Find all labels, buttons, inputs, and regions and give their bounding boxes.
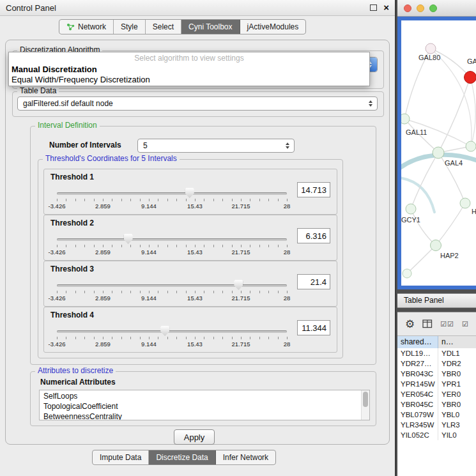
network-edge[interactable] (470, 77, 475, 146)
float-window-icon[interactable] (370, 4, 377, 11)
tab-impute-data[interactable]: Impute Data (93, 450, 149, 464)
content-panel: Discretization Algorithm Select algorith… (5, 40, 390, 445)
table-row[interactable]: YLR345WYLR3 (397, 420, 476, 430)
table-row[interactable]: YDR27…YDR2 (397, 358, 476, 369)
table-panel-titlebar[interactable]: Table Panel (397, 293, 476, 308)
slider-thumb[interactable] (124, 234, 133, 244)
column-header-shared-name[interactable]: shared… (397, 336, 438, 349)
table-row[interactable]: YDL19…YDL1 (397, 348, 476, 358)
tick-mark (232, 199, 233, 201)
network-node[interactable] (426, 43, 436, 54)
list-item[interactable]: BetweennessCentrality (40, 412, 369, 420)
slider-thumb[interactable] (185, 188, 194, 198)
algorithm-option[interactable]: Manual Discretization (9, 65, 369, 75)
table-data-combo[interactable]: galFiltered.sif default node (17, 96, 378, 111)
network-window: GAL80GAGAL11GAL4GCY1HHAP2 (397, 0, 476, 289)
network-edge[interactable] (411, 209, 436, 245)
tick-mark (186, 199, 187, 201)
tick-mark (195, 245, 196, 247)
tab-discretize-data[interactable]: Discretize Data (149, 450, 215, 464)
node-label: GCY1 (401, 216, 420, 224)
scrollbar[interactable] (361, 390, 369, 420)
table-row[interactable]: YBR045CYBR0 (397, 399, 476, 410)
tab-label: Discretize Data (156, 453, 208, 462)
gear-icon[interactable]: ⚙ (405, 319, 415, 330)
tick-mark (241, 199, 242, 201)
threshold-label: Threshold 4 (50, 311, 94, 319)
tick-mark (278, 337, 279, 339)
network-node[interactable] (466, 141, 476, 151)
tick-mark (94, 245, 95, 247)
network-edge[interactable] (431, 49, 472, 146)
tick-mark (130, 245, 131, 247)
slider-track[interactable] (57, 192, 287, 195)
cell-shared-name: YDR27… (397, 358, 438, 369)
tick-mark (158, 337, 158, 339)
network-edge[interactable] (438, 77, 470, 153)
select-rows-icon[interactable]: ☑ (462, 320, 469, 328)
tab-select[interactable]: Select (146, 20, 181, 34)
network-titlebar[interactable] (397, 0, 476, 17)
minimize-traffic-light-icon[interactable] (417, 4, 424, 12)
cell-name: YER0 (438, 389, 476, 399)
network-canvas-svg[interactable]: GAL80GAGAL11GAL4GCY1HHAP2 (401, 20, 476, 286)
tick-mark (66, 291, 66, 293)
tick-label: 2.859 (95, 203, 111, 210)
network-node[interactable] (406, 204, 416, 214)
zoom-traffic-light-icon[interactable] (429, 4, 437, 12)
slider-track[interactable] (57, 238, 287, 241)
columns-icon[interactable] (422, 319, 433, 328)
network-node[interactable] (433, 147, 444, 158)
tick-mark (241, 291, 242, 293)
tab-label: Select (153, 22, 174, 31)
network-edge[interactable] (407, 245, 436, 273)
tick-mark (66, 245, 66, 247)
close-icon[interactable]: × (383, 3, 389, 12)
threshold-value-field[interactable]: 14.713 (297, 182, 330, 197)
close-traffic-light-icon[interactable] (404, 4, 411, 12)
table-row[interactable]: YIL052CYIL0 (397, 430, 476, 440)
network-node[interactable] (401, 114, 410, 124)
tick-mark (268, 337, 269, 339)
algorithm-option[interactable]: Equal Width/Frequency Discretization (9, 75, 369, 85)
apply-button[interactable]: Apply (174, 429, 215, 445)
tab-style[interactable]: Style (114, 20, 146, 34)
numerical-attributes-list[interactable]: SelfLoopsTopologicalCoefficientBetweenne… (39, 390, 370, 420)
network-node[interactable] (403, 269, 411, 278)
table-row[interactable]: YER054CYER0 (397, 389, 476, 399)
slider-thumb[interactable] (234, 280, 243, 290)
table-row[interactable]: YPR145WYPR1 (397, 379, 476, 389)
list-item[interactable]: TopologicalCoefficient (40, 402, 369, 412)
tab-network[interactable]: Network (59, 20, 114, 34)
tab-infer-network[interactable]: Infer Network (216, 450, 275, 464)
threshold-slider: -3.4262.8599.14415.4321.71528 (53, 275, 291, 303)
slider-thumb[interactable] (160, 326, 169, 336)
network-edge[interactable] (431, 49, 470, 77)
tick-mark (112, 291, 112, 293)
select-columns-icon[interactable]: ☑☑ (440, 320, 454, 328)
tab-cyni-toolbox[interactable]: Cyni Toolbox (181, 20, 240, 34)
tick-mark (250, 245, 250, 247)
column-header-name[interactable]: n… (438, 336, 476, 349)
num-intervals-combo[interactable]: 5 (137, 139, 295, 153)
network-node[interactable] (431, 240, 441, 251)
scrollbar-thumb[interactable] (363, 392, 368, 407)
tab-jactivemodules[interactable]: jActiveModules (240, 20, 306, 34)
slider-track[interactable] (57, 284, 287, 287)
network-node[interactable] (460, 198, 470, 208)
node-label: GAL4 (445, 159, 463, 167)
threshold-value-field[interactable]: 21.4 (297, 274, 330, 289)
threshold-value-field[interactable]: 6.316 (297, 228, 330, 243)
table-row[interactable]: YBR043CYBR0 (397, 369, 476, 379)
cell-shared-name: YBR045C (397, 399, 438, 410)
cell-name: YBR0 (438, 369, 476, 379)
network-edge[interactable] (436, 203, 465, 245)
tick-mark (112, 337, 112, 339)
table-row[interactable]: YBL079WYBL0 (397, 410, 476, 420)
slider-track[interactable] (57, 330, 287, 333)
list-item[interactable]: SelfLoops (40, 392, 369, 402)
network-node[interactable] (464, 72, 476, 84)
threshold-value-field[interactable]: 11.344 (297, 320, 330, 335)
control-panel-titlebar[interactable]: Control Panel × (0, 0, 395, 16)
tick-mark (75, 199, 76, 201)
